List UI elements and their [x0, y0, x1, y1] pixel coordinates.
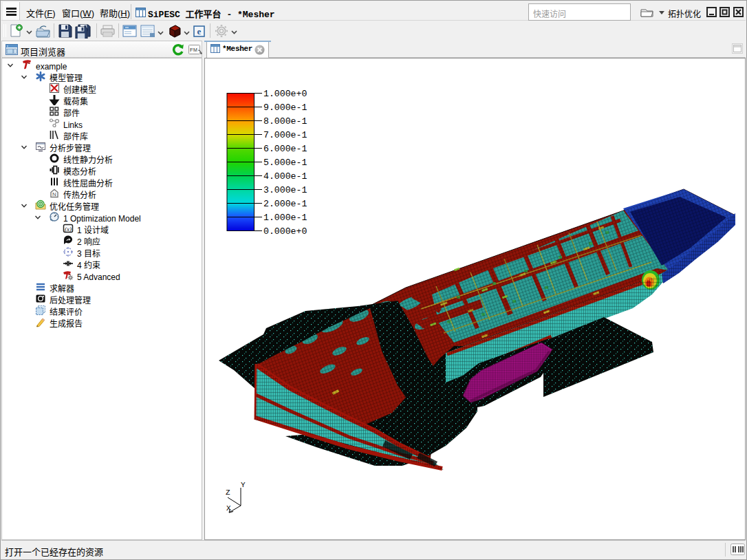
svg-text:2.000e-1: 2.000e-1: [263, 199, 307, 209]
svg-text:(x): (x): [65, 226, 72, 233]
svg-text:7.000e-1: 7.000e-1: [263, 130, 307, 140]
svg-text:e: e: [197, 26, 202, 36]
svg-text:4.000e-1: 4.000e-1: [263, 171, 307, 182]
svg-text:FM: FM: [190, 47, 197, 53]
svg-text:0.000e+0: 0.000e+0: [263, 226, 307, 237]
svg-text:6.000e-1: 6.000e-1: [263, 144, 307, 154]
svg-text:1.000e+0: 1.000e+0: [263, 89, 307, 99]
svg-text:Y: Y: [241, 481, 246, 489]
svg-text:3.000e-1: 3.000e-1: [263, 185, 307, 195]
svg-text:9.000e-1: 9.000e-1: [263, 103, 307, 113]
svg-text:8.000e-1: 8.000e-1: [263, 116, 307, 127]
svg-text:5.000e-1: 5.000e-1: [263, 158, 307, 168]
svg-text:Z: Z: [226, 488, 230, 497]
svg-text:1.000e-1: 1.000e-1: [263, 213, 307, 223]
svg-text:X: X: [226, 504, 231, 513]
svg-text:N: N: [52, 191, 56, 197]
